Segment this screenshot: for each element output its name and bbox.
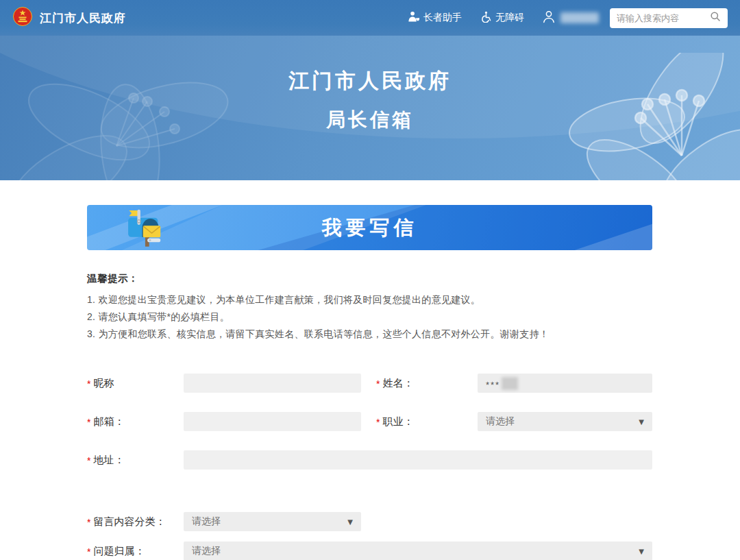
name-input[interactable]: *** xyxy=(478,374,652,393)
write-letter-banner: 我要写信 xyxy=(87,205,652,250)
write-letter-title: 我要写信 xyxy=(87,205,652,250)
required-asterisk: * xyxy=(376,417,380,428)
occupation-select[interactable]: 请选择 ▼ xyxy=(478,412,652,431)
nav-accessibility-label: 无障碍 xyxy=(495,12,524,24)
nav-accessibility[interactable]: 无障碍 xyxy=(480,11,524,25)
nickname-input[interactable] xyxy=(184,374,361,393)
attribution-select[interactable]: 请选择 ▼ xyxy=(184,541,652,560)
chevron-down-icon: ▼ xyxy=(347,518,353,526)
required-asterisk: * xyxy=(87,517,90,528)
user-account[interactable] xyxy=(542,10,599,26)
required-asterisk: * xyxy=(87,455,90,466)
name-masked-value: *** xyxy=(486,377,500,390)
category-select[interactable]: 请选择 ▼ xyxy=(184,512,361,531)
tip-line: 1. 欢迎您提出宝贵意见建议，为本单位工作建言献策，我们将及时回复您提出的意见建… xyxy=(87,291,652,308)
search-box xyxy=(610,8,728,28)
user-icon xyxy=(542,10,556,26)
search-input[interactable] xyxy=(617,13,706,23)
page: 江门市人民政府 长者助手 无障碍 xyxy=(0,0,740,560)
accessibility-icon xyxy=(480,11,491,25)
required-asterisk: * xyxy=(87,546,90,557)
address-label: *地址： xyxy=(87,454,184,467)
occupation-selected-value: 请选择 xyxy=(486,415,639,428)
chevron-down-icon: ▼ xyxy=(639,548,644,555)
attribution-selected-value: 请选择 xyxy=(192,545,639,557)
form-row-nickname-name: *昵称 *姓名： *** xyxy=(87,374,652,393)
site-logo-link[interactable]: 江门市人民政府 xyxy=(12,6,126,29)
attribution-label: *问题归属： xyxy=(87,545,184,558)
tips-heading: 温馨提示： xyxy=(87,272,652,285)
category-label: *留言内容分类： xyxy=(87,515,184,528)
masked-username xyxy=(560,12,599,23)
nav-elder-assistant-label: 长者助手 xyxy=(423,12,462,24)
site-title: 江门市人民政府 xyxy=(40,10,126,26)
masked-name-character xyxy=(502,377,518,390)
form-row-address: *地址： xyxy=(87,450,652,470)
hero-banner: 江门市人民政府 局长信箱 xyxy=(0,36,740,180)
email-input[interactable] xyxy=(184,412,361,431)
chevron-down-icon: ▼ xyxy=(639,418,644,426)
tips-section: 温馨提示： 1. 欢迎您提出宝贵意见建议，为本单位工作建言献策，我们将及时回复您… xyxy=(87,272,652,343)
address-input[interactable] xyxy=(184,450,652,470)
hero-title-line2: 局长信箱 xyxy=(0,107,740,133)
required-asterisk: * xyxy=(87,378,90,389)
email-label: *邮箱： xyxy=(87,415,184,428)
hero-titles: 江门市人民政府 局长信箱 xyxy=(0,36,740,133)
national-emblem-icon xyxy=(12,6,33,29)
form-row-attribution: *问题归属： 请选择 ▼ xyxy=(87,541,652,560)
nickname-label: *昵称 xyxy=(87,377,184,390)
required-asterisk: * xyxy=(376,378,380,389)
form-row-email-occupation: *邮箱： *职业： 请选择 ▼ xyxy=(87,412,652,431)
letter-form: *昵称 *姓名： *** *邮箱： *职业： xyxy=(87,374,652,560)
main-content: 我要写信 温馨提示： 1. 欢迎您提出宝贵意见建议，为本单位工作建言献策，我们将… xyxy=(87,205,652,560)
hero-title-line1: 江门市人民政府 xyxy=(0,67,740,95)
tip-line: 3. 为方便和您联系、核实信息，请留下真实姓名、联系电话等信息，这些个人信息不对… xyxy=(87,326,652,343)
nav-elder-assistant[interactable]: 长者助手 xyxy=(408,11,462,25)
name-label: *姓名： xyxy=(376,377,478,390)
tip-line: 2. 请您认真填写带*的必填栏目。 xyxy=(87,308,652,326)
elder-assistant-icon xyxy=(408,11,419,25)
top-header: 江门市人民政府 长者助手 无障碍 xyxy=(0,0,740,36)
occupation-label: *职业： xyxy=(376,415,478,428)
search-icon[interactable] xyxy=(710,11,721,25)
required-asterisk: * xyxy=(87,417,90,428)
category-selected-value: 请选择 xyxy=(192,515,347,528)
form-row-category: *留言内容分类： 请选择 ▼ xyxy=(87,512,652,531)
